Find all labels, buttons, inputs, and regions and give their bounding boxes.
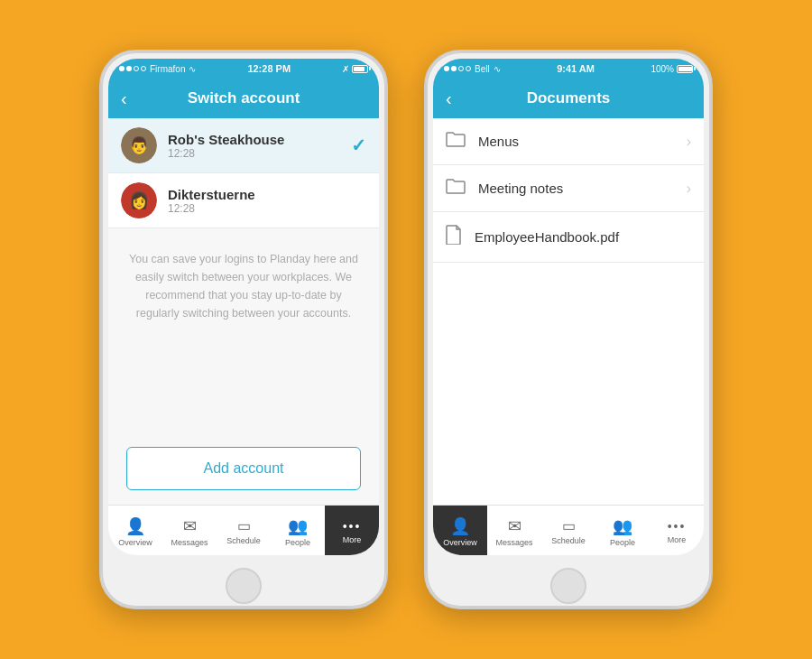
carrier-name-left: Firmafon xyxy=(150,64,185,74)
signal-dot-r2 xyxy=(451,66,457,71)
messages-icon-right: ✉ xyxy=(508,516,521,536)
tab-people-label-right: People xyxy=(610,538,635,547)
avatar-image-1: 👨 xyxy=(121,127,157,163)
tab-schedule-label-left: Schedule xyxy=(226,536,261,545)
signal-dot-4 xyxy=(141,66,146,71)
people-icon-right: 👥 xyxy=(613,516,632,536)
nav-title-right: Documents xyxy=(527,89,611,107)
phone-shell-right: Bell ∿ 9:41 AM 100% ‹ Documents xyxy=(424,50,713,609)
tab-schedule-label-right: Schedule xyxy=(551,536,586,545)
signal-dots-left xyxy=(119,66,146,71)
tab-people-left[interactable]: 👥 People xyxy=(271,506,325,555)
avatar-2: 👩 xyxy=(121,182,157,218)
helper-text: You can save your logins to Planday here… xyxy=(108,228,379,344)
schedule-icon-right: ▭ xyxy=(562,517,576,534)
tab-messages-left[interactable]: ✉ Messages xyxy=(162,506,217,555)
right-phone: Bell ∿ 9:41 AM 100% ‹ Documents xyxy=(424,50,713,609)
battery-fill-right xyxy=(678,67,692,71)
back-button-left[interactable]: ‹ xyxy=(121,88,127,109)
tab-messages-right[interactable]: ✉ Messages xyxy=(487,506,541,555)
phone-screen-left: Firmafon ∿ 12:28 PM ✗ ‹ Switch account xyxy=(108,59,379,555)
signal-dot-r1 xyxy=(444,66,449,71)
account-info-1: Rob's Steakhouse 12:28 xyxy=(168,132,340,160)
add-account-button[interactable]: Add account xyxy=(126,447,361,490)
messages-icon-left: ✉ xyxy=(183,516,197,536)
home-button-right[interactable] xyxy=(550,568,586,604)
tab-overview-label-right: Overview xyxy=(443,538,477,547)
overview-icon-right: 👤 xyxy=(450,516,470,536)
content-left: 👨 Rob's Steakhouse 12:28 ✓ 👩 Dikterstuer… xyxy=(108,118,379,505)
phone-shell-left: Firmafon ∿ 12:28 PM ✗ ‹ Switch account xyxy=(99,50,388,609)
status-icons-right: 100% xyxy=(651,64,693,74)
file-icon-handbook xyxy=(446,225,462,249)
nav-bar-right: ‹ Documents xyxy=(433,79,704,118)
carrier-signal-left: Firmafon ∿ xyxy=(119,64,196,74)
phone-screen-right: Bell ∿ 9:41 AM 100% ‹ Documents xyxy=(433,59,704,555)
avatar-1: 👨 xyxy=(121,127,157,163)
overview-icon-left: 👤 xyxy=(125,516,145,536)
more-icon-left: ••• xyxy=(343,519,362,534)
tab-more-left[interactable]: ••• More xyxy=(325,506,379,555)
chevron-menus: › xyxy=(687,134,691,150)
signal-dot-1 xyxy=(119,66,125,71)
tab-bar-right: 👤 Overview ✉ Messages ▭ Schedule 👥 Peopl… xyxy=(433,505,704,555)
doc-name-meeting-notes: Meeting notes xyxy=(478,181,674,196)
signal-dot-3 xyxy=(134,66,139,71)
tab-overview-right[interactable]: 👤 Overview xyxy=(433,506,487,555)
left-phone: Firmafon ∿ 12:28 PM ✗ ‹ Switch account xyxy=(99,50,388,609)
content-right: Menus › Meeting notes › xyxy=(433,118,704,505)
account-name-2: Dikterstuerne xyxy=(168,187,366,202)
account-name-1: Rob's Steakhouse xyxy=(168,132,340,147)
people-icon-left: 👥 xyxy=(288,516,308,536)
doc-name-handbook: EmployeeHandbook.pdf xyxy=(475,229,691,245)
status-icons-left: ✗ xyxy=(342,64,368,74)
carrier-signal-right: Bell ∿ xyxy=(444,64,501,74)
wifi-icon-left: ∿ xyxy=(189,64,196,74)
battery-fill-left xyxy=(354,67,364,71)
tab-messages-label-left: Messages xyxy=(171,538,208,547)
tab-people-right[interactable]: 👥 People xyxy=(595,506,650,555)
account-time-1: 12:28 xyxy=(168,147,340,160)
folder-icon-menus xyxy=(446,131,466,152)
tab-messages-label-right: Messages xyxy=(495,538,532,547)
tab-more-label-left: More xyxy=(343,535,362,544)
wifi-icon-right: ∿ xyxy=(494,64,501,74)
battery-left xyxy=(352,65,368,73)
account-time-2: 12:28 xyxy=(168,202,366,215)
signal-dot-r3 xyxy=(458,66,464,71)
tab-schedule-left[interactable]: ▭ Schedule xyxy=(217,506,271,555)
checkmark-active: ✓ xyxy=(351,135,366,156)
signal-dot-r4 xyxy=(466,66,471,71)
doc-item-meeting-notes[interactable]: Meeting notes › xyxy=(433,165,704,212)
battery-right xyxy=(677,65,693,73)
avatar-image-2: 👩 xyxy=(121,182,157,218)
time-left: 12:28 PM xyxy=(247,63,291,74)
doc-name-menus: Menus xyxy=(478,134,674,149)
tab-more-label-right: More xyxy=(668,535,687,544)
carrier-name-right: Bell xyxy=(475,64,490,74)
account-item-1[interactable]: 👨 Rob's Steakhouse 12:28 ✓ xyxy=(108,118,379,173)
nav-title-left: Switch account xyxy=(188,89,300,107)
home-button-left[interactable] xyxy=(226,568,262,604)
tab-overview-left[interactable]: 👤 Overview xyxy=(108,506,162,555)
folder-icon-meeting-notes xyxy=(446,178,466,199)
time-right: 9:41 AM xyxy=(557,63,595,74)
status-bar-left: Firmafon ∿ 12:28 PM ✗ xyxy=(108,59,379,79)
tab-overview-label-left: Overview xyxy=(118,538,152,547)
more-icon-right: ••• xyxy=(668,519,687,534)
doc-item-handbook[interactable]: EmployeeHandbook.pdf xyxy=(433,212,704,263)
battery-pct-right: 100% xyxy=(651,64,674,74)
signal-dot-2 xyxy=(126,66,132,71)
doc-item-menus[interactable]: Menus › xyxy=(433,118,704,165)
schedule-icon-left: ▭ xyxy=(237,517,251,534)
tab-more-right[interactable]: ••• More xyxy=(650,506,704,555)
nav-bar-left: ‹ Switch account xyxy=(108,79,379,118)
back-button-right[interactable]: ‹ xyxy=(446,88,452,109)
account-info-2: Dikterstuerne 12:28 xyxy=(168,187,366,215)
bluetooth-icon: ✗ xyxy=(342,64,349,74)
chevron-meeting-notes: › xyxy=(687,181,691,197)
tab-schedule-right[interactable]: ▭ Schedule xyxy=(541,506,595,555)
account-item-2[interactable]: 👩 Dikterstuerne 12:28 xyxy=(108,173,379,228)
signal-dots-right xyxy=(444,66,471,71)
tab-bar-left: 👤 Overview ✉ Messages ▭ Schedule 👥 Peopl… xyxy=(108,505,379,555)
